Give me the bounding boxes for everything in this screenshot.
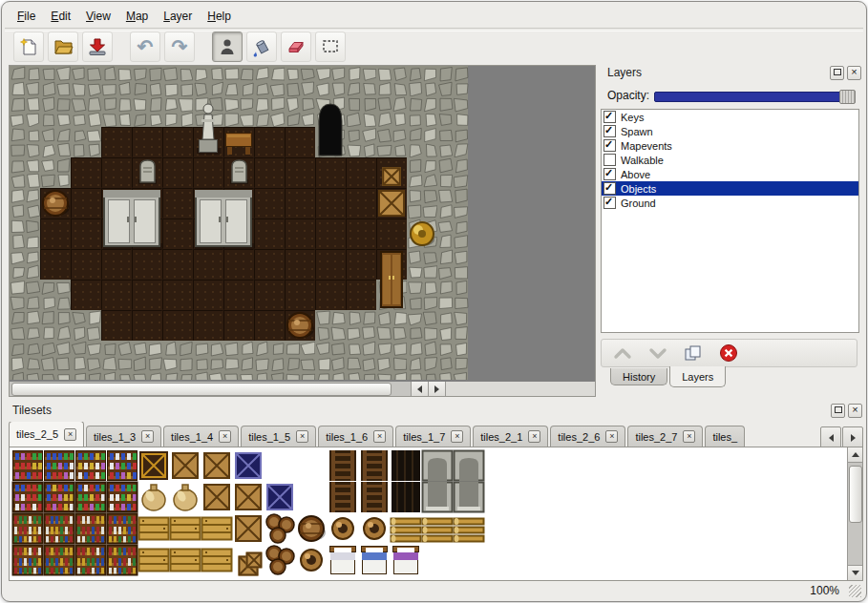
tileset-canvas[interactable]	[11, 448, 545, 579]
new-file-button[interactable]	[13, 31, 44, 62]
layer-name: Keys	[621, 112, 644, 123]
layer-name: Ground	[621, 198, 656, 209]
stamp-tool-icon	[217, 36, 238, 57]
scroll-left-button[interactable]	[411, 382, 428, 396]
layers-panel: Layers Opacity: Keys Spawn Mapevents	[601, 65, 865, 395]
map-canvas[interactable]	[10, 66, 593, 380]
tileset-tab-label: tiles_1_6	[326, 431, 368, 443]
save-button[interactable]	[82, 31, 113, 62]
tileset-tabbar: tiles_2_5 tiles_1_3 tiles_1_4 tiles_1_5 …	[9, 422, 822, 447]
layer-row[interactable]: Keys	[602, 110, 858, 124]
layer-checkbox[interactable]	[603, 125, 616, 137]
menu-edit[interactable]: Edit	[43, 9, 78, 26]
tileset-tab[interactable]: tiles_1_6	[318, 426, 393, 447]
tab-close-icon[interactable]	[296, 430, 308, 443]
menu-view[interactable]: View	[78, 9, 118, 26]
layer-row[interactable]: Above	[602, 167, 858, 181]
menu-help[interactable]: Help	[200, 9, 239, 26]
tileset-tab[interactable]: tiles_	[705, 426, 745, 447]
move-layer-up-button[interactable]	[611, 343, 634, 364]
stamp-tool-button[interactable]	[212, 31, 243, 62]
layer-name: Mapevents	[621, 140, 672, 152]
hscroll-track[interactable]	[10, 382, 411, 396]
tab-close-icon[interactable]	[528, 430, 540, 443]
layer-checkbox[interactable]	[603, 197, 616, 209]
tab-close-icon[interactable]	[451, 430, 463, 443]
select-tool-icon	[320, 36, 341, 57]
scroll-down-button[interactable]	[848, 565, 862, 580]
arrow-left-icon	[417, 385, 422, 393]
tileset-tab[interactable]: tiles_2_7	[627, 426, 703, 447]
tab-close-icon[interactable]	[605, 430, 618, 443]
menu-layer[interactable]: Layer	[156, 9, 200, 26]
menu-map[interactable]: Map	[118, 9, 156, 26]
layer-checkbox[interactable]	[603, 111, 616, 123]
tileset-vscrollbar[interactable]	[847, 447, 862, 580]
layer-name: Walkable	[621, 155, 664, 166]
tileset-tab-label: tiles_	[712, 431, 737, 443]
map-scroll-area	[10, 382, 595, 396]
tileset-tab[interactable]: tiles_2_1	[473, 426, 548, 447]
opacity-label: Opacity:	[607, 89, 649, 102]
tabs-scroll-right-button[interactable]	[842, 426, 863, 448]
tileset-tab[interactable]: tiles_1_7	[395, 426, 471, 447]
duplicate-layer-icon	[684, 344, 703, 362]
tabs-scroll-left-button[interactable]	[820, 426, 841, 448]
layer-checkbox[interactable]	[603, 168, 616, 180]
duplicate-layer-button[interactable]	[682, 343, 705, 364]
tilesets-panel-header: Tilesets	[6, 403, 866, 418]
tileset-tab[interactable]: tiles_1_3	[86, 426, 161, 447]
tileset-tab[interactable]: tiles_2_6	[550, 426, 625, 447]
toolbar	[13, 31, 349, 62]
tab-label: History	[623, 371, 655, 383]
layers-panel-title: Layers	[607, 66, 642, 79]
opacity-slider-track[interactable]	[654, 92, 856, 102]
layer-row[interactable]: Objects	[602, 181, 858, 196]
opacity-slider-handle[interactable]	[839, 90, 856, 104]
tab-close-icon[interactable]	[683, 430, 695, 443]
opacity-slider[interactable]	[654, 90, 856, 102]
map-hscrollbar[interactable]	[10, 382, 446, 396]
tileset-tab[interactable]: tiles_1_5	[241, 426, 316, 447]
move-layer-down-button[interactable]	[646, 343, 669, 364]
float-panel-icon[interactable]	[831, 404, 845, 418]
tileset-tab-label: tiles_1_5	[248, 431, 290, 443]
layer-checkbox[interactable]	[603, 182, 616, 195]
move-layer-down-icon	[647, 345, 668, 361]
layer-row[interactable]: Walkable	[602, 153, 858, 167]
redo-button[interactable]	[164, 31, 195, 62]
tab-close-icon[interactable]	[141, 430, 154, 443]
float-panel-icon[interactable]	[830, 66, 844, 80]
layer-row[interactable]: Ground	[602, 196, 858, 210]
tab-close-icon[interactable]	[373, 430, 386, 443]
menu-file[interactable]: File	[10, 9, 43, 26]
layer-row[interactable]: Mapevents	[602, 138, 858, 153]
layer-checkbox[interactable]	[603, 139, 616, 152]
scroll-right-button[interactable]	[428, 382, 445, 396]
tab-close-icon[interactable]	[219, 430, 231, 443]
select-tool-button[interactable]	[315, 31, 346, 62]
eraser-tool-button[interactable]	[281, 31, 311, 62]
tileset-tab[interactable]: tiles_1_4	[163, 426, 239, 447]
tab-layers[interactable]: Layers	[669, 366, 726, 387]
undo-button[interactable]	[130, 31, 160, 62]
close-panel-icon[interactable]	[847, 66, 861, 80]
tileset-content	[9, 447, 863, 581]
tab-close-icon[interactable]	[64, 428, 76, 441]
scroll-up-button[interactable]	[848, 447, 862, 463]
layer-checkbox[interactable]	[603, 154, 616, 166]
open-file-button[interactable]	[48, 31, 78, 62]
vscroll-track[interactable]	[848, 463, 862, 565]
tab-history[interactable]: History	[610, 368, 667, 385]
arrow-left-icon	[829, 434, 834, 442]
tileset-tab-label: tiles_2_6	[558, 431, 600, 443]
delete-layer-button[interactable]	[717, 343, 740, 364]
tileset-tab[interactable]: tiles_2_5	[9, 422, 84, 447]
layer-row[interactable]: Spawn	[602, 124, 858, 138]
fill-tool-button[interactable]	[246, 31, 277, 62]
resize-grip[interactable]	[849, 585, 861, 597]
close-panel-icon[interactable]	[848, 404, 862, 418]
hscroll-thumb[interactable]	[11, 383, 392, 396]
tileset-tab-label: tiles_2_5	[16, 428, 58, 440]
vscroll-thumb[interactable]	[849, 466, 862, 523]
